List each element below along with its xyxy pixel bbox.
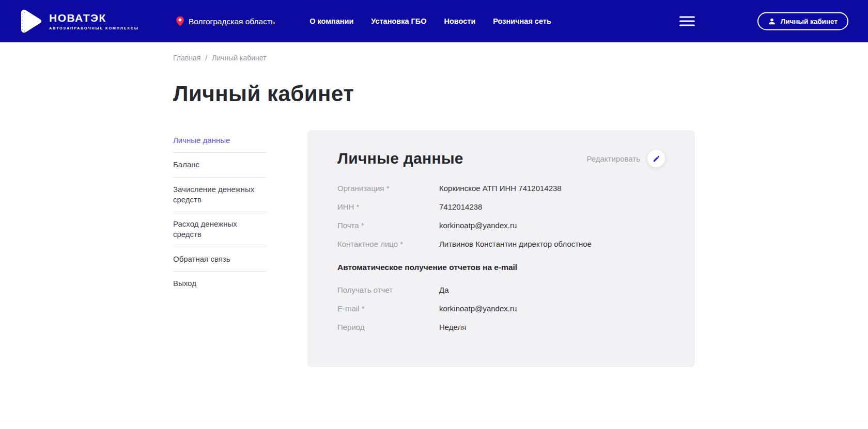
report-fields: Получать отчет Да E-mail * korkinoatp@ya… xyxy=(337,284,665,332)
personal-data-card: Личные данные Редактировать Организация … xyxy=(307,130,695,367)
sidebar-item-balance[interactable]: Баланс xyxy=(173,153,266,177)
sidebar-item-deposits[interactable]: Зачисление денежных средств xyxy=(173,178,266,213)
field-value: Коркинское АТП ИНН 7412014238 xyxy=(439,183,562,194)
personal-fields: Организация * Коркинское АТП ИНН 7412014… xyxy=(337,183,665,249)
field-value: Да xyxy=(439,284,449,295)
field-label: Контактное лицо * xyxy=(337,239,439,249)
edit-label[interactable]: Редактировать xyxy=(586,154,640,163)
field-row-inn: ИНН * 7412014238 xyxy=(337,201,665,212)
sidebar-item-feedback[interactable]: Обратная связь xyxy=(173,247,266,272)
edit-control[interactable]: Редактировать xyxy=(586,150,665,167)
field-value: Литвинов Константин директор облостное xyxy=(439,239,592,249)
card-title: Личные данные xyxy=(337,150,463,167)
field-row-contact-person: Контактное лицо * Литвинов Константин ди… xyxy=(337,239,665,249)
auto-reports-section-title: Автоматическое получение отчетов на e-ma… xyxy=(337,263,665,272)
field-label: Получать отчет xyxy=(337,284,439,295)
logo[interactable]: НОВАТЭК АВТОЗАПРАВОЧНЫЕ КОМПЛЕКСЫ xyxy=(19,8,139,35)
page-content: Главная / Личный кабинет Личный кабинет … xyxy=(173,54,695,367)
field-label: E-mail * xyxy=(337,303,439,314)
play-triangle-icon xyxy=(19,8,42,35)
nav-item-news[interactable]: Новости xyxy=(444,17,475,25)
field-row-receive-report: Получать отчет Да xyxy=(337,284,665,295)
region-label: Волгоградская область xyxy=(189,17,275,26)
page-title: Личный кабинет xyxy=(173,82,695,106)
sidebar-item-logout[interactable]: Выход xyxy=(173,272,266,295)
field-value: Неделя xyxy=(439,322,466,332)
field-row-period: Период Неделя xyxy=(337,322,665,332)
account-sidebar: Личные данные Баланс Зачисление денежных… xyxy=(173,130,266,295)
field-label: ИНН * xyxy=(337,201,439,212)
logo-title: НОВАТЭК xyxy=(49,12,139,23)
breadcrumb: Главная / Личный кабинет xyxy=(173,54,695,62)
logo-text: НОВАТЭК АВТОЗАПРАВОЧНЫЕ КОМПЛЕКСЫ xyxy=(49,12,139,30)
field-value: korkinoatp@yandex.ru xyxy=(439,220,517,231)
field-row-mail: Почта * korkinoatp@yandex.ru xyxy=(337,220,665,231)
pencil-icon xyxy=(653,155,660,163)
edit-button[interactable] xyxy=(647,150,665,167)
account-button-label: Личный кабинет xyxy=(781,18,838,25)
breadcrumb-home[interactable]: Главная xyxy=(173,54,200,62)
breadcrumb-current: Личный кабинет xyxy=(212,54,266,62)
nav-item-retail[interactable]: Розничная сеть xyxy=(493,17,551,25)
field-label: Период xyxy=(337,322,439,332)
account-button[interactable]: Личный кабинет xyxy=(757,12,848,30)
nav-item-about[interactable]: О компании xyxy=(309,17,353,25)
site-header: НОВАТЭК АВТОЗАПРАВОЧНЫЕ КОМПЛЕКСЫ Волгог… xyxy=(0,0,868,42)
logo-subtitle: АВТОЗАПРАВОЧНЫЕ КОМПЛЕКСЫ xyxy=(49,26,139,30)
field-label: Почта * xyxy=(337,220,439,231)
field-value: 7412014238 xyxy=(439,201,482,212)
sidebar-item-personal-data[interactable]: Личные данные xyxy=(173,130,266,153)
nav-item-gbo[interactable]: Установка ГБО xyxy=(371,17,426,25)
field-label: Организация * xyxy=(337,183,439,194)
field-row-organization: Организация * Коркинское АТП ИНН 7412014… xyxy=(337,183,665,194)
field-row-email: E-mail * korkinoatp@yandex.ru xyxy=(337,303,665,314)
region-selector[interactable]: Волгоградская область xyxy=(176,17,275,26)
breadcrumb-separator: / xyxy=(205,54,207,62)
hamburger-icon[interactable] xyxy=(679,17,695,26)
field-value: korkinoatp@yandex.ru xyxy=(439,303,517,314)
main-nav: О компании Установка ГБО Новости Розничн… xyxy=(309,17,551,25)
user-icon xyxy=(768,18,776,25)
sidebar-item-expenses[interactable]: Расход денежных средств xyxy=(173,212,266,247)
map-pin-icon xyxy=(176,17,184,26)
